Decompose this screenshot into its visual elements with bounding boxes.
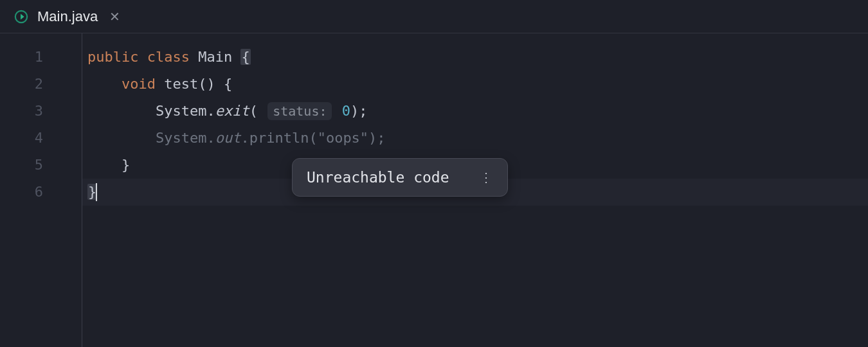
code-area[interactable]: public class Main { void test() { System… <box>82 33 868 347</box>
tab-main-java[interactable]: Main.java ✕ <box>0 0 136 33</box>
inspection-tooltip: Unreachable code ⋮ <box>292 158 508 197</box>
close-icon[interactable]: ✕ <box>107 9 123 24</box>
code-line[interactable]: System.out.println("oops"); <box>82 125 868 152</box>
code-line[interactable]: System.exit( status: 0); <box>82 98 868 125</box>
line-number[interactable]: 1 <box>0 44 82 71</box>
text-cursor <box>96 183 97 201</box>
editor: 1 2 3 4 5 6 public class Main { void tes… <box>0 33 868 347</box>
code-line[interactable]: void test() { <box>82 71 868 98</box>
line-number[interactable]: 2 <box>0 71 82 98</box>
more-actions-icon[interactable]: ⋮ <box>479 169 493 186</box>
tab-bar: Main.java ✕ <box>0 0 868 33</box>
code-line[interactable]: public class Main { <box>82 44 868 71</box>
line-number[interactable]: 4 <box>0 125 82 152</box>
line-number[interactable]: 5 <box>0 152 82 179</box>
line-number[interactable]: 6 <box>0 179 82 206</box>
java-class-icon <box>14 10 28 24</box>
tooltip-message: Unreachable code <box>307 169 449 186</box>
inlay-hint: status: <box>267 102 332 120</box>
gutter: 1 2 3 4 5 6 <box>0 33 82 347</box>
line-number[interactable]: 3 <box>0 98 82 125</box>
tab-label: Main.java <box>37 8 98 25</box>
